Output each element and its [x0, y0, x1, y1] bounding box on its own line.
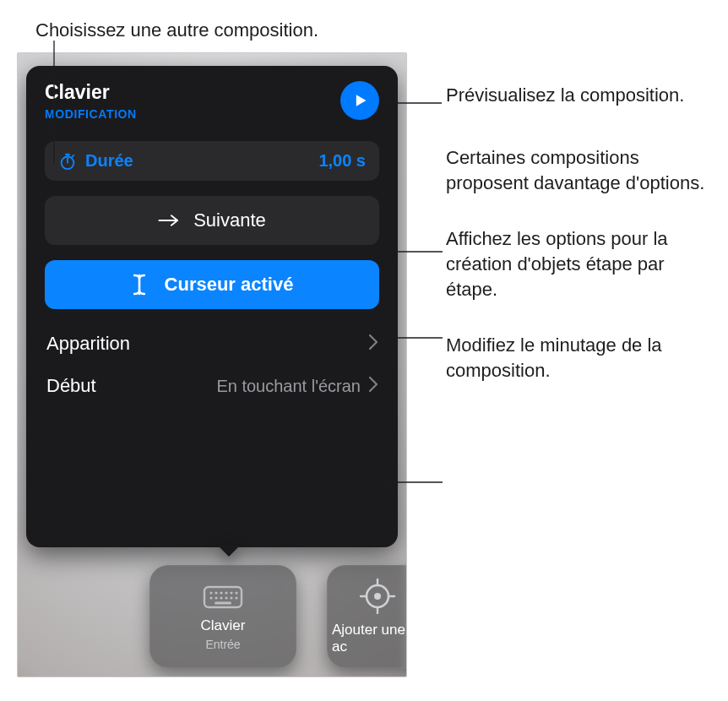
duration-control[interactable]: Durée 1,00 s — [45, 141, 379, 181]
popover-arrow-icon — [217, 545, 241, 557]
svg-point-15 — [220, 596, 222, 599]
card-title: Ajouter une ac — [332, 622, 407, 655]
modification-link[interactable]: MODIFICATION — [45, 107, 137, 121]
chevron-right-icon — [369, 334, 378, 353]
card-subtitle: Entrée — [205, 638, 240, 651]
composition-cards-row: Clavier Entrée Ajouter une ac — [149, 565, 407, 668]
play-icon — [351, 92, 368, 109]
svg-rect-19 — [215, 601, 231, 604]
chevron-right-icon — [369, 377, 378, 395]
timer-icon — [58, 152, 77, 171]
svg-point-16 — [225, 596, 227, 599]
duration-label: Durée — [85, 151, 133, 171]
callout-more-options: Certaines compositions proposent davanta… — [446, 145, 720, 196]
callout-choose-composition: Choisissez une autre composition. — [35, 19, 318, 42]
next-label: Suivante — [193, 209, 266, 231]
svg-point-21 — [374, 593, 381, 600]
svg-point-13 — [209, 596, 212, 599]
preview-button[interactable] — [340, 81, 379, 120]
callout-timing: Modifiez le minutage de la composition. — [446, 333, 720, 383]
appearance-label: Apparition — [46, 333, 130, 355]
keyboard-icon — [202, 582, 244, 611]
text-cursor-icon — [131, 274, 148, 296]
duration-value: 1,00 s — [318, 151, 366, 171]
screenshot-frame: Clavier MODIFICATION — [17, 52, 407, 677]
svg-point-8 — [215, 591, 217, 594]
composition-options-popover: Clavier MODIFICATION — [26, 66, 398, 547]
svg-point-12 — [235, 591, 237, 594]
svg-point-7 — [209, 591, 212, 594]
svg-point-9 — [220, 591, 222, 594]
start-value: En touchant l'écran — [216, 377, 361, 396]
svg-line-3 — [73, 155, 74, 156]
svg-point-18 — [235, 596, 237, 599]
appearance-row[interactable]: Apparition — [45, 324, 379, 363]
arrow-right-icon — [158, 213, 180, 228]
callout-stepwise-options: Affichez les options pour la création d'… — [446, 226, 720, 302]
start-row[interactable]: Début En touchant l'écran — [45, 367, 379, 405]
start-label: Début — [46, 375, 96, 397]
cursor-label: Curseur activé — [165, 274, 294, 296]
composition-card-add-action[interactable]: Ajouter une ac — [327, 565, 407, 668]
svg-point-14 — [215, 596, 217, 599]
svg-point-10 — [225, 591, 227, 594]
svg-rect-1 — [65, 153, 70, 155]
composition-card-keyboard[interactable]: Clavier Entrée — [149, 565, 296, 668]
card-title: Clavier — [201, 617, 246, 634]
cursor-button[interactable]: Curseur activé — [45, 260, 379, 309]
svg-point-11 — [230, 591, 232, 594]
callout-preview: Prévisualisez la composition. — [446, 83, 720, 108]
svg-point-17 — [230, 596, 232, 599]
panel-title: Clavier — [45, 81, 137, 104]
next-button[interactable]: Suivante — [45, 196, 379, 245]
target-icon — [359, 578, 396, 615]
